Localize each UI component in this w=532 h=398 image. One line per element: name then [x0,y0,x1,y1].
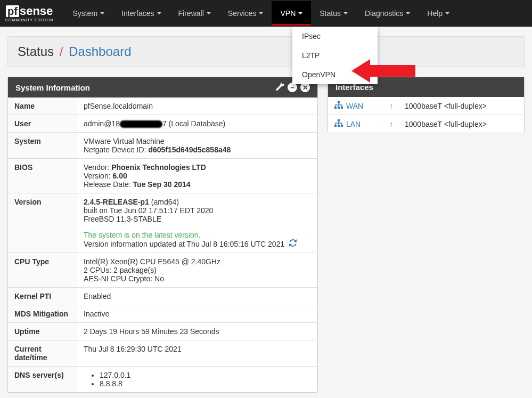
chevron-down-icon [207,12,211,14]
nav-firewall[interactable]: Firewall [170,1,219,26]
nav-vpn[interactable]: VPN [272,1,311,26]
breadcrumb-root: Status [18,44,54,59]
interface-spec: 1000baseT <full-duplex> [405,120,518,128]
svg-rect-3 [338,107,340,109]
top-navbar: pfsense COMMUNITY EDITION System Interfa… [0,0,532,27]
row-system: System VMware Virtual Machine Netgate De… [8,133,317,159]
vpn-menu-ipsec[interactable]: IPsec [292,27,378,46]
row-pti: Kernel PTI Enabled [8,288,317,305]
nav-diagnostics[interactable]: Diagnostics [356,1,419,26]
chevron-down-icon [157,12,161,14]
svg-rect-7 [338,125,340,127]
logo[interactable]: pfsense COMMUNITY EDITION [5,5,53,22]
version-status: The system is on the latest version. [84,231,311,239]
system-info-header: System Information − ✕ [8,77,317,98]
network-icon [334,119,343,128]
interface-row-wan: WAN ↑ 1000baseT <full-duplex> [328,97,524,115]
interface-link-wan[interactable]: WAN [346,102,378,110]
row-bios: BIOS Vendor: Phoenix Technologies LTD Ve… [8,159,317,193]
breadcrumb-separator: / [60,44,63,59]
network-icon [334,101,343,110]
redacted-text [120,120,162,128]
interfaces-panel: Interfaces WAN ↑ 1000baseT <full-duplex>… [328,77,525,133]
system-info-table: Name pfSense.localdomain User admin@187 … [8,98,317,392]
logo-subtitle: COMMUNITY EDITION [5,18,53,22]
interface-link-lan[interactable]: LAN [346,120,378,128]
svg-rect-4 [341,107,343,109]
nav-services[interactable]: Services [219,1,272,26]
main-content: System Information − ✕ Name pfSense.loca… [0,77,532,398]
row-datetime: Current date/time Thu Jul 8 16:29:30 UTC… [8,340,317,367]
arrow-up-icon: ↑ [378,102,405,110]
chevron-down-icon [298,12,302,14]
chevron-down-icon [343,12,348,14]
chevron-down-icon [445,12,449,14]
interface-row-lan: LAN ↑ 1000baseT <full-duplex> [328,115,524,133]
arrow-up-icon: ↑ [378,120,405,128]
nav-system[interactable]: System [64,1,113,26]
row-name: Name pfSense.localdomain [8,98,317,115]
svg-rect-1 [338,101,340,103]
chevron-down-icon [259,12,263,14]
svg-rect-6 [334,125,337,127]
row-user: User admin@187 (Local Database) [8,115,317,133]
dns-entry: 127.0.0.1 [100,371,311,379]
breadcrumb: Status / Dashboard [7,36,525,67]
system-info-panel: System Information − ✕ Name pfSense.loca… [7,77,318,393]
interface-spec: 1000baseT <full-duplex> [405,102,518,110]
nav-status[interactable]: Status [311,1,356,26]
nav-interfaces[interactable]: Interfaces [113,1,169,26]
refresh-icon[interactable] [289,240,297,248]
svg-rect-5 [338,119,340,121]
svg-marker-0 [351,59,415,83]
row-mds: MDS Mitigation Inactive [8,305,317,323]
row-dns: DNS server(s) 127.0.0.1 8.8.8.8 [8,367,317,393]
logo-box: pf [6,5,19,17]
svg-rect-2 [334,107,337,109]
row-cpu: CPU Type Intel(R) Xeon(R) CPU E5645 @ 2.… [8,253,317,288]
panel-title: System Information [15,83,90,92]
annotation-arrow-icon [351,58,415,84]
chevron-down-icon [100,12,104,14]
breadcrumb-current[interactable]: Dashboard [69,44,131,59]
row-uptime: Uptime 2 Days 19 Hours 59 Minutes 23 Sec… [8,323,317,340]
wrench-icon[interactable] [276,83,284,91]
svg-rect-8 [341,125,343,127]
chevron-down-icon [406,12,410,14]
dns-entry: 8.8.8.8 [100,379,311,388]
nav-help[interactable]: Help [419,1,458,26]
logo-rest: sense [20,4,53,18]
row-version: Version 2.4.5-RELEASE-p1 (amd64) built o… [8,193,317,253]
